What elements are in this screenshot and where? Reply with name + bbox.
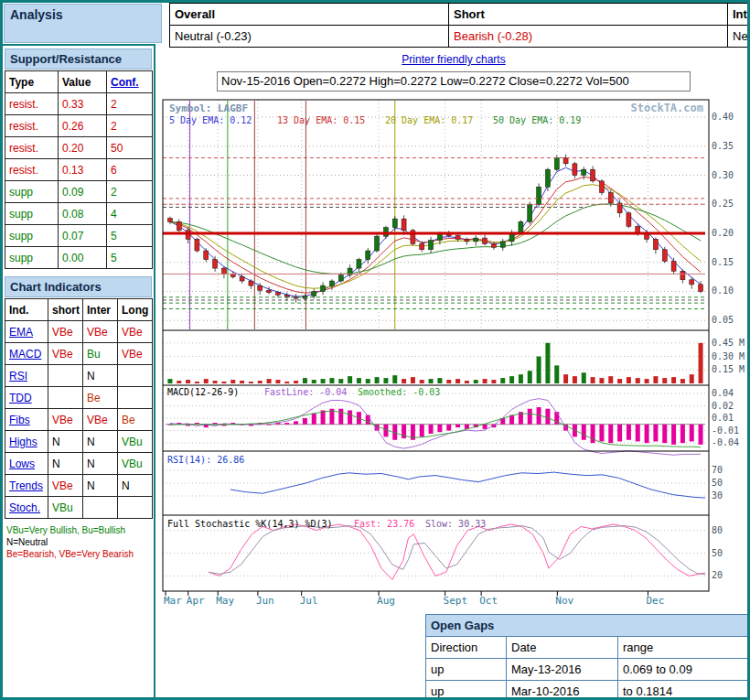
sr-type: supp: [5, 203, 59, 225]
svg-text:0.30 M: 0.30 M: [712, 351, 745, 361]
svg-text:May: May: [216, 595, 234, 607]
ci-short: VBe: [48, 475, 83, 497]
ci-header-short: short: [48, 299, 83, 321]
svg-text:Smoothed: -0.03: Smoothed: -0.03: [358, 387, 440, 397]
gap-direction: up: [426, 681, 507, 700]
summary-table: Overall Short Inte Neutral (-0.23) Beari…: [169, 3, 750, 48]
table-row: resist. 0.33 2: [5, 93, 153, 115]
main-chart-area: Printer friendly charts Nov-15-2016 Open…: [160, 48, 747, 700]
indicator-link-fibs[interactable]: Fibs: [9, 414, 30, 426]
open-gaps-title-row: Open Gaps: [426, 615, 748, 637]
ci-inter: N: [83, 431, 118, 453]
table-row: supp 0.07 5: [5, 225, 153, 247]
svg-text:0.35: 0.35: [712, 141, 734, 151]
ci-inter: VBe: [83, 321, 118, 343]
sidebar: Support/Resistance Type Value Conf. resi…: [5, 48, 152, 560]
stock-chart: 0.400.350.300.250.200.150.100.050.45 M0.…: [162, 99, 747, 608]
table-row: Trends VBe N N: [5, 475, 153, 497]
table-row: up May-13-2016 0.069 to 0.09: [426, 659, 748, 681]
ci-long: VBu: [118, 453, 153, 475]
ci-inter: N: [83, 475, 118, 497]
ci-inter: N: [83, 365, 118, 387]
gap-date: Mar-10-2016: [507, 681, 618, 700]
svg-text:Jul: Jul: [300, 595, 318, 607]
indicator-link-macd[interactable]: MACD: [9, 348, 41, 361]
svg-text:Mar: Mar: [164, 595, 182, 607]
ci-name: Stoch.: [5, 497, 48, 519]
sr-conf: 5: [107, 225, 153, 247]
svg-text:50 Day EMA: 0.19: 50 Day EMA: 0.19: [493, 115, 581, 125]
sr-value: 0.20: [59, 137, 107, 159]
svg-text:0.01: 0.01: [712, 413, 734, 423]
indicator-link-highs[interactable]: Highs: [9, 436, 38, 448]
svg-text:80: 80: [712, 525, 723, 535]
svg-text:13 Day EMA: 0.15: 13 Day EMA: 0.15: [277, 115, 365, 125]
ci-short: VBe: [48, 343, 83, 365]
sr-type: resist.: [5, 93, 59, 115]
indicator-link-trends[interactable]: Trends: [9, 479, 43, 492]
sr-conf: 2: [107, 181, 153, 203]
svg-text:RSI(14): 26.86: RSI(14): 26.86: [167, 455, 244, 465]
indicator-link-tdd[interactable]: TDD: [9, 392, 32, 404]
svg-text:0.15 M: 0.15 M: [712, 364, 745, 374]
sr-type: resist.: [5, 137, 59, 159]
gap-range: to 0.1814: [618, 681, 748, 700]
sr-value: 0.09: [59, 181, 107, 203]
table-row: RSI N: [5, 365, 153, 387]
printer-friendly-link[interactable]: Printer friendly charts: [402, 53, 505, 66]
svg-text:Slow: 30.33: Slow: 30.33: [425, 519, 486, 529]
ci-name: Trends: [5, 475, 48, 497]
ci-header-row: Ind. short Inter Long: [5, 299, 153, 321]
indicator-link-ema[interactable]: EMA: [9, 326, 33, 339]
ci-header-long: Long: [118, 299, 153, 321]
ci-name: Fibs: [5, 409, 48, 431]
ci-inter: Bu: [83, 343, 118, 365]
svg-text:-0.01: -0.01: [712, 425, 739, 436]
svg-text:0.10: 0.10: [712, 285, 734, 296]
svg-text:0.04: 0.04: [712, 388, 734, 398]
ci-short: N: [48, 453, 83, 475]
svg-text:0.20: 0.20: [712, 228, 734, 238]
table-row: up Mar-10-2016 to 0.1814: [426, 681, 748, 700]
svg-text:0.45 M: 0.45 M: [712, 338, 745, 348]
svg-text:Jun: Jun: [256, 595, 274, 607]
ci-long: [118, 387, 153, 409]
sr-conf: 2: [107, 93, 153, 115]
summary-header-intermediate: Inte: [728, 4, 750, 26]
sr-type: resist.: [5, 159, 59, 181]
table-row: supp 0.09 2: [5, 181, 153, 203]
svg-text:Aug: Aug: [377, 595, 395, 607]
ci-short: VBe: [48, 409, 83, 431]
table-row: Stoch. VBu: [5, 497, 153, 519]
svg-text:Sept: Sept: [444, 595, 468, 607]
indicator-link-stoch[interactable]: Stoch.: [9, 501, 40, 514]
summary-value-row: Neutral (-0.23) Bearish (-0.28) Ne: [170, 26, 750, 48]
chart-indicators-table: Ind. short Inter Long EMA VBe VBe VBe MA…: [5, 298, 153, 519]
sr-conf: 2: [107, 115, 153, 137]
svg-text:50: 50: [712, 548, 723, 558]
ci-name: TDD: [5, 387, 48, 409]
support-resistance-table: Type Value Conf. resist. 0.33 2 resist. …: [5, 70, 153, 269]
ci-long: VBe: [118, 343, 153, 365]
conf-link[interactable]: Conf.: [111, 76, 139, 89]
sr-header-row: Type Value Conf.: [5, 71, 153, 93]
indicator-link-lows[interactable]: Lows: [9, 458, 35, 470]
table-row: resist. 0.13 6: [5, 159, 153, 181]
table-row: supp 0.00 5: [5, 247, 153, 269]
svg-text:0.25: 0.25: [712, 199, 734, 209]
ci-name: RSI: [5, 365, 48, 387]
svg-text:-0.04: -0.04: [712, 437, 739, 447]
sr-value: 0.33: [59, 93, 107, 115]
indicator-link-rsi[interactable]: RSI: [9, 370, 27, 382]
svg-text:StockTA.com: StockTA.com: [631, 102, 703, 114]
svg-text:0.02: 0.02: [712, 401, 734, 411]
gap-range: 0.069 to 0.09: [618, 659, 748, 681]
summary-value-overall: Neutral (-0.23): [170, 26, 449, 48]
svg-text:Apr: Apr: [187, 595, 205, 607]
sr-conf: 50: [107, 137, 153, 159]
table-row: Fibs VBe VBe Be: [5, 409, 153, 431]
ci-short: VBu: [48, 497, 83, 519]
sr-conf: 5: [107, 247, 153, 269]
ci-short: VBe: [48, 321, 83, 343]
ci-short: N: [48, 431, 83, 453]
